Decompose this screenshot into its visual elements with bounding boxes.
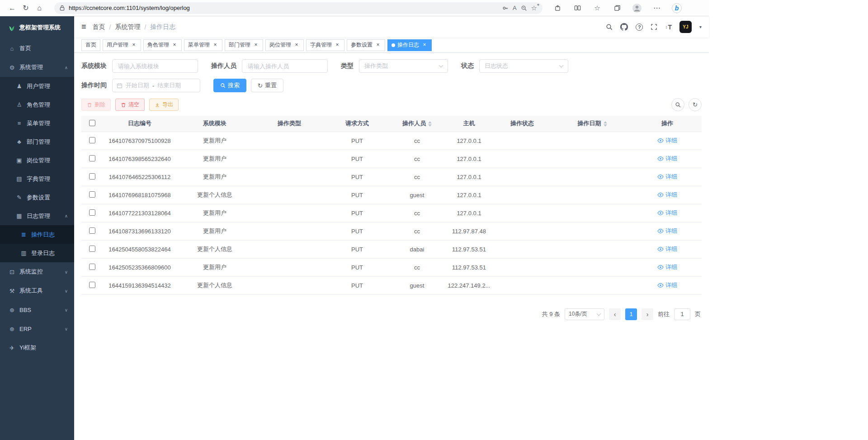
toggle-search-button[interactable] [671, 98, 684, 111]
row-checkbox[interactable] [89, 173, 95, 180]
more-icon[interactable]: ⋯ [650, 1, 664, 15]
breadcrumb-home[interactable]: 首页 [93, 23, 105, 31]
tab-close-icon[interactable]: × [131, 42, 137, 48]
reset-button[interactable]: ↻ 重置 [251, 79, 283, 92]
row-checkbox[interactable] [89, 191, 95, 198]
sidebar-item-erp[interactable]: ⊕ ERP [0, 319, 74, 338]
sidebar-item-post-management[interactable]: ▣ 岗位管理 [0, 151, 74, 170]
refresh-table-button[interactable]: ↻ [689, 98, 702, 111]
tab-menu-management[interactable]: 菜单管理 × [184, 39, 222, 51]
detail-link[interactable]: 详细 [657, 227, 677, 235]
column-operator[interactable]: 操作人员 [389, 116, 445, 132]
prev-page-button[interactable]: ‹ [609, 308, 621, 320]
status-select[interactable]: 日志状态 [479, 59, 568, 73]
copilot-bing-icon[interactable]: b [670, 1, 684, 15]
clear-button[interactable]: 清空 [115, 99, 145, 111]
operator-input[interactable] [242, 59, 328, 73]
cell-date [552, 276, 633, 294]
sidebar-item-system-management[interactable]: ⚙ 系统管理 [0, 58, 74, 77]
page-jump-input[interactable] [674, 308, 690, 320]
page-1-button[interactable]: 1 [625, 308, 637, 320]
row-checkbox[interactable] [89, 209, 95, 216]
breadcrumb-system-management[interactable]: 系统管理 [115, 23, 140, 31]
sidebar-item-log-management[interactable]: ▦ 日志管理 [0, 207, 74, 225]
detail-link[interactable]: 详细 [657, 281, 677, 289]
address-bar[interactable]: https://ccnetcore.com:1101/system/log/op… [54, 2, 542, 14]
detail-link[interactable]: 详细 [657, 155, 677, 163]
column-date[interactable]: 操作日期 [552, 116, 633, 132]
page-size-select[interactable]: 10条/页 [565, 308, 604, 320]
add-favorite-icon[interactable]: ☆+ [531, 4, 537, 12]
zoom-out-icon[interactable] [521, 5, 527, 11]
tab-dept-management[interactable]: 部门管理 × [225, 39, 263, 51]
detail-link[interactable]: 详细 [657, 245, 677, 253]
sidebar-item-role-management[interactable]: ♙ 角色管理 [0, 95, 74, 114]
read-aloud-icon[interactable]: A [513, 5, 517, 11]
split-screen-icon[interactable] [571, 1, 584, 15]
sidebar-item-operation-log[interactable]: ≣ 操作日志 [0, 225, 74, 244]
hamburger-icon[interactable]: ≡ [81, 22, 86, 32]
row-checkbox[interactable] [89, 282, 95, 288]
tab-close-icon[interactable]: × [334, 42, 340, 48]
cell-log-id: 1642505235366809600 [103, 258, 176, 276]
next-page-button[interactable]: › [642, 308, 653, 320]
sidebar-item-system-tools[interactable]: ⚒ 系统工具 [0, 281, 74, 300]
tab-close-icon[interactable]: × [293, 42, 300, 48]
github-icon[interactable] [620, 23, 628, 31]
date-range-picker[interactable]: 开始日期 - 结束日期 [112, 79, 200, 92]
delete-button[interactable]: 删除 [81, 99, 111, 111]
detail-link[interactable]: 详细 [657, 173, 677, 181]
row-checkbox[interactable] [89, 137, 95, 143]
tab-close-icon[interactable]: × [421, 42, 428, 48]
module-input[interactable] [112, 59, 198, 73]
sidebar-item-home[interactable]: ⌂ 首页 [0, 39, 74, 58]
browser-home-button[interactable]: ⌂ [33, 1, 46, 15]
tab-role-management[interactable]: 角色管理 × [143, 39, 182, 51]
export-button[interactable]: 导出 [149, 99, 179, 111]
tab-close-icon[interactable]: × [375, 42, 381, 48]
fullscreen-icon[interactable] [651, 24, 657, 30]
tab-user-management[interactable]: 用户管理 × [103, 39, 141, 51]
row-checkbox[interactable] [89, 227, 95, 234]
sidebar-item-login-log[interactable]: ▥ 登录日志 [0, 244, 74, 262]
tab-close-icon[interactable]: × [171, 42, 178, 48]
user-avatar[interactable]: YJ [679, 21, 692, 33]
key-icon[interactable] [502, 5, 509, 11]
tab-param-settings[interactable]: 参数设置 × [347, 39, 385, 51]
lock-icon[interactable] [60, 5, 65, 11]
tab-close-icon[interactable]: × [212, 42, 218, 48]
tab-operation-log[interactable]: 操作日志 × [387, 39, 432, 51]
extensions-icon[interactable] [551, 1, 564, 15]
sidebar-item-param-settings[interactable]: ✎ 参数设置 [0, 188, 74, 207]
row-checkbox[interactable] [89, 155, 95, 161]
search-button[interactable]: 搜索 [213, 79, 246, 92]
sidebar-item-dept-management[interactable]: ♣ 部门管理 [0, 132, 74, 151]
reload-button[interactable]: ↻ [19, 1, 33, 15]
collections-icon[interactable] [610, 1, 624, 15]
search-icon[interactable] [606, 24, 613, 30]
sidebar-item-user-management[interactable]: ♟ 用户管理 [0, 77, 74, 95]
font-size-icon[interactable]: ↕T [665, 24, 672, 31]
detail-link[interactable]: 详细 [657, 191, 677, 199]
row-checkbox[interactable] [89, 246, 95, 252]
sidebar-item-menu-management[interactable]: ≡ 菜单管理 [0, 114, 74, 132]
sidebar-item-yi-framework[interactable]: ✈ Yi框架 [0, 338, 74, 357]
type-select[interactable]: 操作类型 [359, 59, 448, 73]
sidebar-item-bbs[interactable]: ⊕ BBS [0, 300, 74, 319]
select-all-checkbox[interactable] [89, 120, 95, 126]
help-icon[interactable]: ? [636, 24, 643, 31]
tab-home[interactable]: 首页 × [81, 39, 100, 51]
favorites-icon[interactable]: ☆ [590, 1, 604, 15]
back-button[interactable]: ← [5, 1, 19, 15]
detail-link[interactable]: 详细 [657, 263, 677, 271]
detail-link[interactable]: 详细 [657, 209, 677, 217]
sidebar-item-system-monitor[interactable]: ⊡ 系统监控 [0, 262, 74, 281]
profile-avatar[interactable] [630, 1, 644, 15]
caret-down-icon[interactable]: ▾ [699, 24, 702, 29]
tab-dict-management[interactable]: 字典管理 × [306, 39, 344, 51]
row-checkbox[interactable] [89, 264, 95, 270]
detail-link[interactable]: 详细 [657, 137, 677, 145]
tab-close-icon[interactable]: × [253, 42, 259, 48]
sidebar-item-dict-management[interactable]: ▤ 字典管理 [0, 170, 74, 188]
tab-post-management[interactable]: 岗位管理 × [265, 39, 304, 51]
